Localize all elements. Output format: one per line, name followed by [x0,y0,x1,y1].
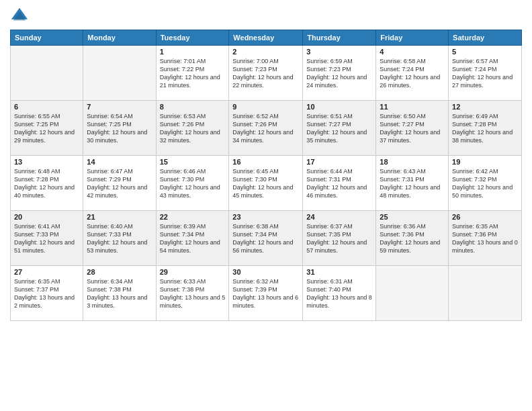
day-number: 20 [14,213,79,221]
day-info: Sunrise: 6:38 AMSunset: 7:34 PMDaylight:… [232,222,299,255]
day-number: 3 [306,48,372,56]
weekday-header-thursday: Thursday [303,30,376,46]
logo-icon [10,7,29,26]
calendar-cell: 8Sunrise: 6:53 AMSunset: 7:26 PMDaylight… [156,101,229,156]
calendar-week-row: 20Sunrise: 6:41 AMSunset: 7:33 PMDayligh… [11,211,522,266]
weekday-header-monday: Monday [83,30,156,46]
day-info: Sunrise: 6:35 AMSunset: 7:37 PMDaylight:… [14,277,79,310]
day-number: 7 [87,103,152,111]
calendar-cell: 14Sunrise: 6:47 AMSunset: 7:29 PMDayligh… [83,156,156,211]
day-number: 23 [232,213,299,221]
day-number: 14 [87,158,152,166]
calendar-week-row: 27Sunrise: 6:35 AMSunset: 7:37 PMDayligh… [11,266,522,321]
day-number: 2 [232,48,299,56]
day-info: Sunrise: 6:57 AMSunset: 7:24 PMDaylight:… [452,57,518,90]
calendar-cell: 4Sunrise: 6:58 AMSunset: 7:24 PMDaylight… [376,46,449,101]
day-number: 21 [87,213,152,221]
calendar-cell: 9Sunrise: 6:52 AMSunset: 7:26 PMDaylight… [229,101,303,156]
calendar-cell: 28Sunrise: 6:34 AMSunset: 7:38 PMDayligh… [83,266,156,321]
day-number: 15 [160,158,226,166]
day-info: Sunrise: 7:01 AMSunset: 7:22 PMDaylight:… [160,57,226,90]
calendar-cell: 15Sunrise: 6:46 AMSunset: 7:30 PMDayligh… [156,156,229,211]
calendar-cell: 30Sunrise: 6:32 AMSunset: 7:39 PMDayligh… [229,266,303,321]
day-info: Sunrise: 6:53 AMSunset: 7:26 PMDaylight:… [160,112,226,145]
day-info: Sunrise: 6:46 AMSunset: 7:30 PMDaylight:… [160,167,226,200]
calendar-cell: 10Sunrise: 6:51 AMSunset: 7:27 PMDayligh… [303,101,376,156]
day-info: Sunrise: 6:49 AMSunset: 7:28 PMDaylight:… [452,112,518,145]
day-info: Sunrise: 6:40 AMSunset: 7:33 PMDaylight:… [87,222,152,255]
calendar-cell [449,266,522,321]
day-number: 11 [380,103,445,111]
day-info: Sunrise: 6:32 AMSunset: 7:39 PMDaylight:… [232,277,299,310]
calendar-cell: 19Sunrise: 6:42 AMSunset: 7:32 PMDayligh… [449,156,522,211]
calendar-cell [11,46,83,101]
calendar-cell: 1Sunrise: 7:01 AMSunset: 7:22 PMDaylight… [156,46,229,101]
page: SundayMondayTuesdayWednesdayThursdayFrid… [0,0,532,411]
calendar-cell: 22Sunrise: 6:39 AMSunset: 7:34 PMDayligh… [156,211,229,266]
day-info: Sunrise: 6:52 AMSunset: 7:26 PMDaylight:… [232,112,299,145]
calendar-week-row: 13Sunrise: 6:48 AMSunset: 7:28 PMDayligh… [11,156,522,211]
day-info: Sunrise: 6:41 AMSunset: 7:33 PMDaylight:… [14,222,79,255]
calendar-cell: 25Sunrise: 6:36 AMSunset: 7:36 PMDayligh… [376,211,449,266]
logo [10,7,32,26]
day-info: Sunrise: 6:44 AMSunset: 7:31 PMDaylight:… [306,167,372,200]
calendar-week-row: 6Sunrise: 6:55 AMSunset: 7:25 PMDaylight… [11,101,522,156]
day-info: Sunrise: 6:45 AMSunset: 7:30 PMDaylight:… [232,167,299,200]
calendar-cell: 26Sunrise: 6:35 AMSunset: 7:36 PMDayligh… [449,211,522,266]
day-number: 28 [87,268,152,276]
day-info: Sunrise: 6:47 AMSunset: 7:29 PMDaylight:… [87,167,152,200]
calendar-cell: 18Sunrise: 6:43 AMSunset: 7:31 PMDayligh… [376,156,449,211]
calendar-cell: 29Sunrise: 6:33 AMSunset: 7:38 PMDayligh… [156,266,229,321]
day-number: 6 [14,103,79,111]
day-number: 5 [452,48,518,56]
day-info: Sunrise: 6:34 AMSunset: 7:38 PMDaylight:… [87,277,152,310]
day-info: Sunrise: 6:39 AMSunset: 7:34 PMDaylight:… [160,222,226,255]
day-number: 29 [160,268,226,276]
day-info: Sunrise: 6:42 AMSunset: 7:32 PMDaylight:… [452,167,518,200]
weekday-header-tuesday: Tuesday [156,30,229,46]
calendar-cell: 17Sunrise: 6:44 AMSunset: 7:31 PMDayligh… [303,156,376,211]
header [10,7,522,26]
calendar-cell: 6Sunrise: 6:55 AMSunset: 7:25 PMDaylight… [11,101,83,156]
day-info: Sunrise: 6:33 AMSunset: 7:38 PMDaylight:… [160,277,226,310]
day-number: 27 [14,268,79,276]
calendar-cell: 16Sunrise: 6:45 AMSunset: 7:30 PMDayligh… [229,156,303,211]
day-number: 19 [452,158,518,166]
day-number: 17 [306,158,372,166]
day-info: Sunrise: 6:54 AMSunset: 7:25 PMDaylight:… [87,112,152,145]
day-info: Sunrise: 7:00 AMSunset: 7:23 PMDaylight:… [232,57,299,90]
calendar-cell: 11Sunrise: 6:50 AMSunset: 7:27 PMDayligh… [376,101,449,156]
day-number: 26 [452,213,518,221]
calendar-cell: 7Sunrise: 6:54 AMSunset: 7:25 PMDaylight… [83,101,156,156]
day-number: 16 [232,158,299,166]
calendar-cell [83,46,156,101]
calendar-cell: 13Sunrise: 6:48 AMSunset: 7:28 PMDayligh… [11,156,83,211]
calendar-cell: 5Sunrise: 6:57 AMSunset: 7:24 PMDaylight… [449,46,522,101]
calendar-cell: 27Sunrise: 6:35 AMSunset: 7:37 PMDayligh… [11,266,83,321]
day-info: Sunrise: 6:55 AMSunset: 7:25 PMDaylight:… [14,112,79,145]
day-info: Sunrise: 6:36 AMSunset: 7:36 PMDaylight:… [380,222,445,255]
day-number: 22 [160,213,226,221]
day-number: 18 [380,158,445,166]
day-number: 30 [232,268,299,276]
day-number: 24 [306,213,372,221]
day-number: 31 [306,268,372,276]
day-number: 8 [160,103,226,111]
calendar-cell: 24Sunrise: 6:37 AMSunset: 7:35 PMDayligh… [303,211,376,266]
calendar-cell: 20Sunrise: 6:41 AMSunset: 7:33 PMDayligh… [11,211,83,266]
weekday-header-wednesday: Wednesday [229,30,303,46]
day-number: 10 [306,103,372,111]
weekday-header-sunday: Sunday [11,30,83,46]
calendar-cell: 23Sunrise: 6:38 AMSunset: 7:34 PMDayligh… [229,211,303,266]
calendar-week-row: 1Sunrise: 7:01 AMSunset: 7:22 PMDaylight… [11,46,522,101]
calendar-cell: 12Sunrise: 6:49 AMSunset: 7:28 PMDayligh… [449,101,522,156]
day-info: Sunrise: 6:35 AMSunset: 7:36 PMDaylight:… [452,222,518,255]
day-info: Sunrise: 6:31 AMSunset: 7:40 PMDaylight:… [306,277,372,310]
day-info: Sunrise: 6:50 AMSunset: 7:27 PMDaylight:… [380,112,445,145]
day-info: Sunrise: 6:59 AMSunset: 7:23 PMDaylight:… [306,57,372,90]
calendar-cell: 31Sunrise: 6:31 AMSunset: 7:40 PMDayligh… [303,266,376,321]
weekday-header-friday: Friday [376,30,449,46]
day-info: Sunrise: 6:37 AMSunset: 7:35 PMDaylight:… [306,222,372,255]
day-number: 13 [14,158,79,166]
weekday-header-saturday: Saturday [449,30,522,46]
